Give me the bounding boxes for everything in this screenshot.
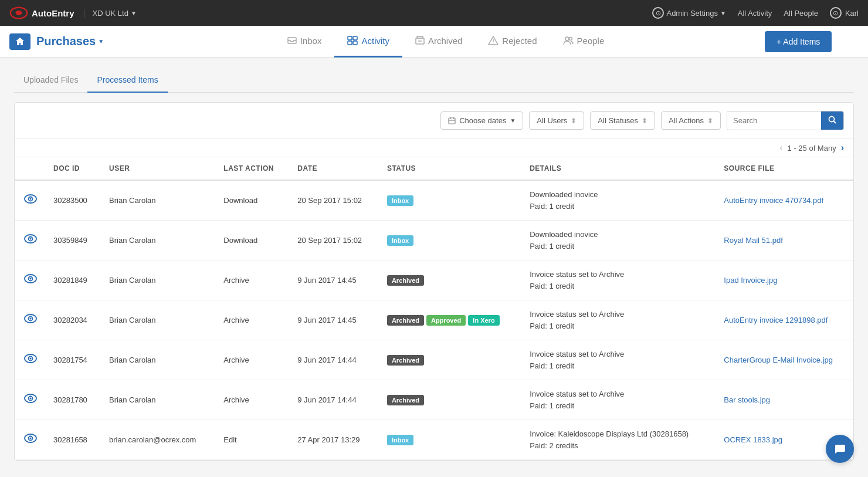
tab-rejected[interactable]: Rejected — [475, 26, 550, 57]
user-menu[interactable]: ⊙ Karl — [830, 7, 859, 19]
home-button[interactable] — [9, 33, 30, 50]
source-file-link[interactable]: AutoEntry invoice 1291898.pdf — [724, 316, 828, 324]
action-cell: Download — [214, 221, 288, 261]
view-icon[interactable] — [24, 314, 37, 326]
all-statuses-select[interactable]: All Statuses ⬍ — [590, 111, 655, 130]
svg-rect-3 — [348, 36, 352, 40]
status-badge: Inbox — [387, 195, 413, 206]
doc-id-cell: 30359849 — [44, 221, 100, 261]
view-cell — [15, 261, 44, 300]
source-file-link[interactable]: Royal Mail 51.pdf — [724, 236, 782, 245]
admin-settings-menu[interactable]: ⊙ Admin Settings ▼ — [652, 7, 725, 19]
add-items-button[interactable]: + Add Items — [765, 31, 832, 52]
chat-bubble-button[interactable] — [826, 435, 854, 463]
search-field-wrap — [727, 111, 844, 130]
details-cell: Downloaded inovicePaid: 1 credit — [520, 180, 714, 221]
top-nav-right: ⊙ Admin Settings ▼ All Activity All Peop… — [652, 7, 859, 19]
status-badge: Archived — [387, 355, 424, 366]
sub-nav-left: Purchases ▼ — [9, 33, 127, 50]
svg-point-1 — [16, 11, 22, 15]
date-cell: 9 Jun 2017 14:44 — [288, 380, 378, 420]
status-badge: Archived — [387, 315, 424, 326]
col-user: USER — [100, 157, 214, 180]
doc-id-cell: 30281780 — [44, 380, 100, 420]
tab-rejected-label: Rejected — [502, 36, 537, 46]
status-badge: Archived — [387, 275, 424, 286]
svg-point-14 — [569, 38, 572, 40]
all-people-link[interactable]: All People — [784, 9, 818, 18]
view-icon[interactable] — [24, 274, 37, 286]
source-file-link[interactable]: OCREX 1833.jpg — [724, 435, 782, 444]
source-file-cell: CharterGroup E-Mail Invoice.jpg — [714, 340, 853, 380]
tab-inbox[interactable]: Inbox — [274, 26, 335, 57]
table-row: 30281754Brian CarolanArchive9 Jun 2017 1… — [15, 340, 853, 380]
details-cell: Invoice status set to ArchivePaid: 1 cre… — [520, 340, 714, 380]
view-icon[interactable] — [24, 394, 37, 405]
status-badge: Inbox — [387, 235, 413, 246]
source-file-link[interactable]: Ipad Invoice.jpg — [724, 276, 777, 285]
view-cell — [15, 420, 44, 460]
choose-dates-button[interactable]: Choose dates ▼ — [440, 111, 523, 130]
tab-processed-items[interactable]: Processed Items — [87, 69, 167, 93]
all-actions-select[interactable]: All Actions ⬍ — [661, 111, 721, 130]
view-icon[interactable] — [24, 234, 37, 246]
status-cell: ArchivedApprovedIn Xero — [378, 300, 520, 340]
view-icon[interactable] — [24, 354, 37, 366]
table-row: 30281849Brian CarolanArchive9 Jun 2017 1… — [15, 261, 853, 300]
tab-uploaded-files[interactable]: Uploaded Files — [14, 69, 87, 93]
view-cell — [15, 221, 44, 261]
source-file-link[interactable]: Bar stools.jpg — [724, 395, 770, 404]
source-file-cell: AutoEntry invoice 1291898.pdf — [714, 300, 853, 340]
col-source-file: SOURCE FILE — [714, 157, 853, 180]
main-content: Uploaded Files Processed Items Choose da… — [0, 57, 868, 472]
user-cell: Brian Carolan — [100, 261, 214, 300]
statuses-updown-icon: ⬍ — [642, 117, 647, 125]
sub-navbar: Purchases ▼ Inbox Activity Archived Reje… — [0, 26, 868, 57]
all-users-select[interactable]: All Users ⬍ — [529, 111, 584, 130]
prev-page-button[interactable]: ‹ — [779, 143, 782, 153]
details-cell: Invoice status set to ArchivePaid: 1 cre… — [520, 380, 714, 420]
svg-rect-8 — [417, 36, 423, 38]
next-page-button[interactable]: › — [841, 143, 844, 153]
svg-point-13 — [565, 37, 569, 40]
search-button[interactable] — [821, 111, 843, 130]
tab-archived[interactable]: Archived — [402, 26, 475, 57]
tab-people[interactable]: People — [550, 26, 618, 57]
source-file-link[interactable]: AutoEntry invoice 470734.pdf — [724, 196, 823, 205]
table-row: 30281780Brian CarolanArchive9 Jun 2017 1… — [15, 380, 853, 420]
filter-bar: Choose dates ▼ All Users ⬍ All Statuses … — [15, 103, 853, 139]
source-file-cell: Ipad Invoice.jpg — [714, 261, 853, 300]
status-badge: In Xero — [468, 315, 499, 326]
view-icon[interactable] — [24, 194, 37, 206]
purchases-title[interactable]: Purchases ▼ — [36, 35, 104, 48]
view-icon[interactable] — [24, 434, 37, 445]
svg-rect-6 — [353, 41, 357, 45]
source-file-link[interactable]: CharterGroup E-Mail Invoice.jpg — [724, 356, 833, 364]
col-details: DETAILS — [520, 157, 714, 180]
tab-inbox-label: Inbox — [300, 36, 322, 46]
pagination-text: 1 - 25 of Many — [788, 144, 836, 153]
user-cell: Brian Carolan — [100, 221, 214, 261]
secondary-tabs: Uploaded Files Processed Items — [14, 69, 854, 93]
search-icon — [828, 116, 836, 124]
all-statuses-label: All Statuses — [598, 116, 638, 125]
table-row: 30282034Brian CarolanArchive9 Jun 2017 1… — [15, 300, 853, 340]
svg-point-35 — [30, 358, 32, 360]
date-cell: 9 Jun 2017 14:45 — [288, 261, 378, 300]
chat-icon — [833, 442, 846, 455]
all-activity-link[interactable]: All Activity — [738, 9, 772, 18]
user-name: Karl — [845, 9, 859, 18]
search-input[interactable] — [727, 112, 821, 129]
home-icon — [15, 37, 25, 46]
company-name: XD UK Ltd — [93, 9, 128, 18]
autoentry-logo — [9, 6, 28, 19]
svg-point-26 — [30, 238, 32, 240]
col-date: DATE — [288, 157, 378, 180]
doc-id-cell: 30283500 — [44, 180, 100, 221]
admin-dropdown-icon: ▼ — [720, 10, 726, 16]
actions-updown-icon: ⬍ — [707, 117, 713, 125]
date-cell: 27 Apr 2017 13:29 — [288, 420, 378, 460]
details-cell: Invoice status set to ArchivePaid: 1 cre… — [520, 300, 714, 340]
tab-activity[interactable]: Activity — [334, 26, 402, 57]
company-selector[interactable]: XD UK Ltd ▼ — [84, 9, 137, 18]
